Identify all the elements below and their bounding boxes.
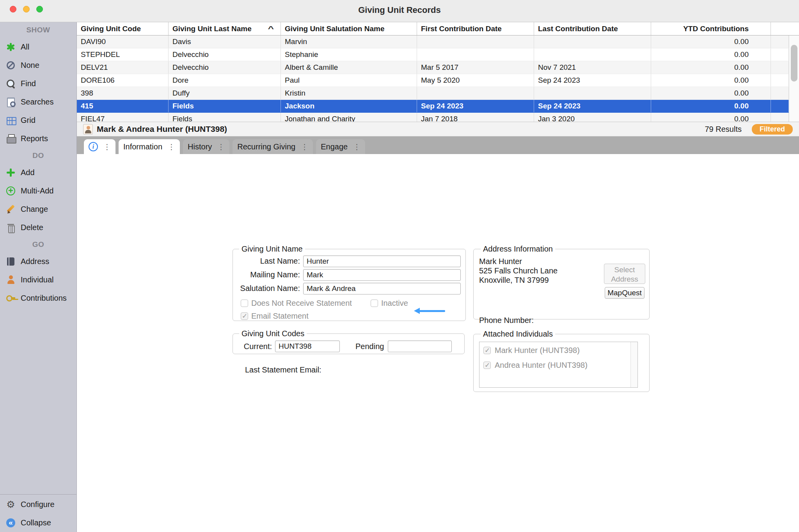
table-row-selected[interactable]: 415 Fields Jackson Sep 24 2023 Sep 24 20…	[77, 100, 789, 113]
cell-last-date: Jan 3 2020	[534, 113, 651, 122]
cell-first-date: Jan 7 2018	[417, 113, 534, 122]
table-row[interactable]: DELV21 Delvecchio Albert & Camille Mar 5…	[77, 61, 789, 74]
sidebar-item-configure[interactable]: Configure	[0, 495, 76, 514]
select-address-button[interactable]: Select Address	[604, 264, 645, 284]
sidebar-item-none[interactable]: None	[0, 56, 76, 74]
cell-last-name: Fields	[169, 100, 281, 112]
mailing-name-field[interactable]	[303, 269, 461, 281]
column-header-giving-unit-salutation-name[interactable]: Giving Unit Salutation Name	[281, 22, 417, 35]
column-header-first-contribution-date[interactable]: First Contribution Date	[417, 22, 534, 35]
column-label: First Contribution Date	[421, 25, 502, 33]
sidebar-item-delete[interactable]: Delete	[0, 218, 76, 237]
table-scrollbar[interactable]	[789, 35, 799, 122]
sidebar-item-label: All	[21, 43, 29, 51]
column-header-giving-unit-last-name[interactable]: Giving Unit Last Name^	[169, 22, 281, 35]
table-body: DAVI90 Davis Marvin 0.00 STEPHDEL Delvec…	[77, 35, 789, 122]
magnifier-icon	[6, 79, 16, 89]
sidebar-item-reports[interactable]: Reports	[0, 129, 76, 148]
sidebar-item-contributions[interactable]: Contributions	[0, 289, 76, 307]
list-item[interactable]: Mark Hunter (HUNT398)	[483, 345, 634, 355]
tab-gripper-icon[interactable]	[301, 142, 308, 151]
sidebar-item-address[interactable]: Address	[0, 252, 76, 271]
info-icon	[89, 142, 98, 151]
phone-number-label: Phone Number:	[479, 316, 534, 325]
table-row[interactable]: DORE106 Dore Paul May 5 2020 Sep 24 2023…	[77, 74, 789, 87]
list-item[interactable]: Andrea Hunter (HUNT398)	[483, 360, 634, 370]
salutation-name-field[interactable]	[303, 283, 461, 294]
cell-ytd: 0.00	[651, 74, 771, 87]
tab-recurring-giving[interactable]: Recurring Giving	[233, 139, 313, 154]
attached-individual-checkbox[interactable]	[483, 347, 491, 354]
sidebar-item-all[interactable]: All	[0, 38, 76, 56]
sidebar-item-individual[interactable]: Individual	[0, 271, 76, 289]
cell-last-name: Davis	[169, 35, 281, 48]
cell-ytd: 0.00	[651, 61, 771, 74]
detail-tabbar: Information History Recurring Giving Eng…	[77, 137, 799, 154]
cell-ytd: 0.00	[651, 48, 771, 61]
tab-engage[interactable]: Engage	[316, 139, 365, 154]
table-row[interactable]: 398 Duffy Kristin 0.00	[77, 87, 789, 100]
tab-gripper-icon[interactable]	[217, 142, 225, 151]
last-name-field[interactable]	[303, 255, 461, 267]
sort-ascending-icon: ^	[268, 25, 282, 33]
sidebar-item-grid[interactable]: Grid	[0, 111, 76, 129]
sidebar-item-collapse[interactable]: Collapse	[0, 514, 76, 532]
table-row[interactable]: STEPHDEL Delvecchio Stephanie 0.00	[77, 48, 789, 61]
column-label: Giving Unit Salutation Name	[285, 25, 384, 33]
salutation-name-label: Salutation Name:	[238, 284, 300, 293]
address-book-icon	[6, 257, 16, 266]
record-header-bar: Mark & Andrea Hunter (HUNT398) 79 Result…	[77, 122, 799, 137]
tab-summary-info[interactable]	[84, 139, 115, 154]
column-header-giving-unit-code[interactable]: Giving Unit Code	[77, 22, 169, 35]
cell-filler	[771, 61, 789, 74]
column-header-filler	[771, 22, 799, 35]
pending-code-field[interactable]	[388, 340, 452, 352]
cell-code: 398	[77, 87, 169, 99]
inactive-checkbox[interactable]	[371, 300, 378, 307]
gear-icon	[6, 500, 16, 509]
cell-code: 415	[77, 100, 169, 112]
mapquest-button[interactable]: MapQuest	[605, 287, 645, 299]
sidebar-item-label: Find	[21, 79, 36, 88]
tab-information[interactable]: Information	[119, 139, 180, 154]
column-header-ytd-contributions[interactable]: YTD Contributions	[651, 22, 771, 35]
column-header-last-contribution-date[interactable]: Last Contribution Date	[534, 22, 651, 35]
tab-label: Information	[123, 142, 162, 151]
cell-salutation: Paul	[281, 74, 417, 87]
sidebar-item-change[interactable]: Change	[0, 200, 76, 218]
sidebar-item-add[interactable]: Add	[0, 163, 76, 182]
table-row[interactable]: DAVI90 Davis Marvin 0.00	[77, 35, 789, 48]
sidebar-item-label: Contributions	[21, 294, 67, 303]
cell-ytd: 0.00	[651, 100, 771, 112]
sidebar-footer: Configure Collapse	[0, 494, 76, 532]
cell-last-name: Delvecchio	[169, 48, 281, 61]
current-code-field[interactable]	[275, 340, 340, 352]
tab-gripper-icon[interactable]	[103, 142, 111, 151]
sidebar-item-label: Individual	[21, 275, 54, 284]
sidebar-item-find[interactable]: Find	[0, 74, 76, 93]
group-legend: Address Information	[481, 245, 555, 254]
sidebar-item-label: Reports	[21, 134, 48, 143]
inactive-annotation-arrow-icon	[414, 308, 445, 314]
does-not-receive-statement-checkbox[interactable]	[241, 300, 248, 307]
tab-gripper-icon[interactable]	[168, 142, 175, 151]
attached-individual-checkbox[interactable]	[483, 362, 491, 369]
sidebar-item-multi-add[interactable]: Multi-Add	[0, 182, 76, 200]
sidebar: SHOW All None Find Searches Grid Reports…	[0, 22, 77, 532]
list-scrollbar[interactable]	[630, 342, 637, 387]
sidebar-item-searches[interactable]: Searches	[0, 93, 76, 111]
tab-gripper-icon[interactable]	[353, 142, 360, 151]
filtered-badge[interactable]: Filtered	[752, 124, 793, 135]
cell-code: DELV21	[77, 61, 169, 74]
last-statement-email-label: Last Statement Email:	[245, 365, 321, 374]
scrollbar-thumb[interactable]	[791, 45, 797, 82]
grid-icon	[6, 115, 16, 125]
sidebar-section-go: GO	[0, 237, 76, 252]
address-information-group: Address Information Mark Hunter 525 Fall…	[473, 245, 650, 319]
tab-history[interactable]: History	[183, 139, 229, 154]
cell-filler	[771, 35, 789, 48]
table-row[interactable]: FIEL47 Fields Jonathan and Charity Jan 7…	[77, 113, 789, 122]
cell-ytd: 0.00	[651, 113, 771, 122]
email-statement-checkbox[interactable]	[241, 312, 248, 320]
cell-filler	[771, 100, 789, 112]
